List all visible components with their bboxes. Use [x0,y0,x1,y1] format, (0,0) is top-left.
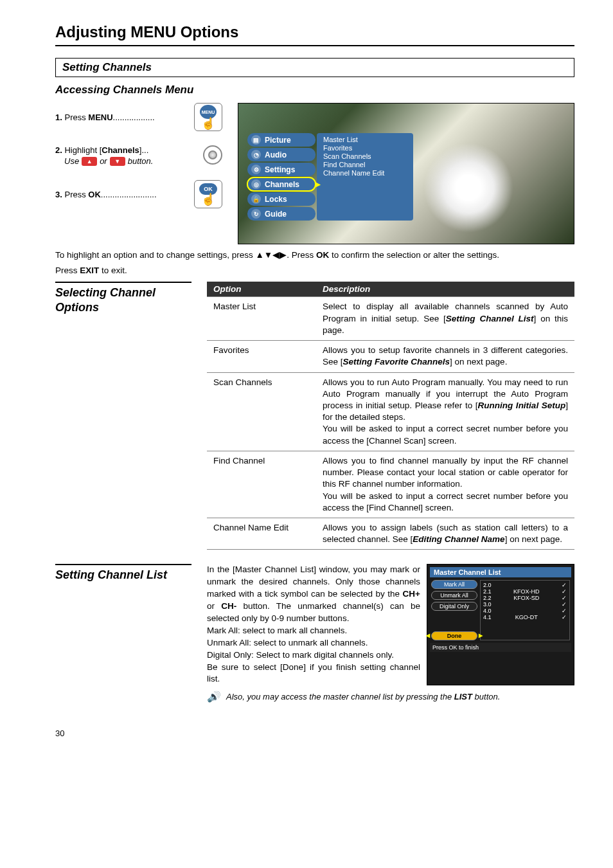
osd-menu-item: ◔Audio [247,148,315,161]
section-box-title: Setting Channels [62,61,152,73]
step3-text: Press [64,190,88,199]
osd-menu-item: ◎Channels [247,177,315,191]
osd-item-icon: ↻ [251,209,261,219]
selecting-label: Selecting Channel Options [55,282,191,550]
osd-submenu-item: Favorites [323,144,407,152]
down-arrow-icon: ▼ [110,157,125,166]
channel-row: 2.2KFOX-SD✓ [482,595,568,601]
master-channel-list-osd: Master Channel List Mark All Unmark All … [427,564,574,685]
osd-submenu-item: Scan Channels [323,152,407,160]
step3-bold: OK [88,190,101,199]
option-description: Select to display all available channels… [316,297,574,341]
osd-submenu-item: Find Channel [323,161,407,168]
channel-row: 4.0✓ [482,608,568,614]
th-description: Description [316,282,574,297]
osd-menu-item: ↻Guide [247,207,315,221]
step2-use-a: Use [64,156,79,166]
osd-menu-item: ▤Picture [247,133,315,147]
osd-item-icon: ▤ [251,135,261,145]
osd-menu-item: 🔒Locks [247,192,315,206]
option-name: Find Channel [207,451,316,518]
osd-item-label: Locks [265,195,287,204]
step3-prefix: 3. [55,190,64,199]
page-title: Adjusting MENU Options [55,23,574,41]
osd-item-label: Picture [265,136,291,145]
option-description: Allows you to assign labels (such as sta… [316,518,574,549]
osd-item-icon: 🔒 [251,194,261,204]
step2-bold: Channels [102,145,139,155]
option-name: Scan Channels [207,372,316,451]
step-2: 2. Highlight [Channels]... Use ▲ or ▼ bu… [55,145,222,166]
setting-list-label: Setting Channel List [55,564,191,703]
up-arrow-icon: ▲ [82,157,97,166]
channel-row: 4.1KGO-DT✓ [482,614,568,620]
step2-prefix: 2. [55,145,64,155]
hand-pointer-icon: ☝ [201,116,215,131]
osd-submenu-item: Channel Name Edit [323,169,407,177]
option-description: Allows you to setup favorite channels in… [316,341,574,372]
setting-list-paragraph: In the [Master Channel List] window, you… [207,564,420,685]
option-description: Allows you to find channel manually by i… [316,451,574,518]
nav-ring-icon [203,145,222,165]
osd-item-label: Channels [265,180,299,189]
osd-item-icon: ◎ [251,179,261,189]
step-1: 1. Press MENU MENU ☝ [55,103,222,131]
step2-suffix: ]... [139,145,148,155]
dots [113,113,155,122]
menu-button-graphic: MENU ☝ [194,103,222,131]
ok-button-graphic: OK ☝ [194,180,222,208]
osd-item-label: Guide [265,210,287,219]
channel-row: 2.0✓ [482,582,568,588]
table-row: Channel Name EditAllows you to assign la… [207,518,574,549]
step1-prefix: 1. [55,113,64,122]
mcl-mark-all: Mark All [431,580,477,589]
channel-row: 2.1KFOX-HD✓ [482,588,568,595]
th-option: Option [207,282,316,297]
step2-text: Highlight [ [64,145,102,155]
table-row: Scan ChannelsAllows you to run Auto Prog… [207,372,574,451]
step2-use-b: or [100,156,107,166]
table-row: FavoritesAllows you to setup favorite ch… [207,341,574,372]
osd-item-label: Settings [265,165,295,174]
options-table: Option Description Master ListSelect to … [207,282,574,550]
page-number: 30 [55,728,574,738]
channel-row: 3.0✓ [482,601,568,608]
mcl-done: Done [431,631,477,640]
note-row: 🔊 Also, you may access the master channe… [207,691,574,703]
instruction-line-1: To highlight an option and to change set… [55,249,574,261]
accessing-title: Accessing Channels Menu [55,84,574,96]
option-name: Favorites [207,341,316,372]
section-box: Setting Channels [55,58,574,77]
step1-bold: MENU [88,113,112,122]
table-row: Master ListSelect to display all availab… [207,297,574,341]
option-description: Allows you to run Auto Program manually.… [316,372,574,451]
option-name: Master List [207,297,316,341]
mcl-footer: Press OK to finish [430,643,571,652]
mcl-unmark-all: Unmark All [431,591,477,600]
speaker-icon: 🔊 [207,691,220,703]
instruction-line-2: Press EXIT to exit. [55,265,574,276]
step2-use-c: button. [128,156,154,166]
step-3: 3. Press OK OK ☝ [55,180,222,208]
osd-item-icon: ⚙ [251,165,261,174]
step1-text: Press [64,113,88,122]
mcl-title: Master Channel List [430,567,571,577]
dots [101,190,157,199]
osd-menu-item: ⚙Settings [247,163,315,176]
mcl-digital-only: Digital Only [431,602,477,611]
hand-pointer-icon: ☝ [201,192,215,206]
table-row: Find ChannelAllows you to find channel m… [207,451,574,518]
osd-item-label: Audio [265,150,287,159]
option-name: Channel Name Edit [207,518,316,549]
osd-screenshot: ▤Picture◔Audio⚙Settings◎Channels🔒Locks↻G… [238,103,574,244]
arrow-glyphs: ▲▼◀▶ [255,250,287,260]
steps-column: 1. Press MENU MENU ☝ 2. Highlight [Chann… [55,103,222,244]
title-underline [55,45,574,46]
osd-item-icon: ◔ [251,150,261,159]
osd-submenu-item: Master List [323,136,407,143]
